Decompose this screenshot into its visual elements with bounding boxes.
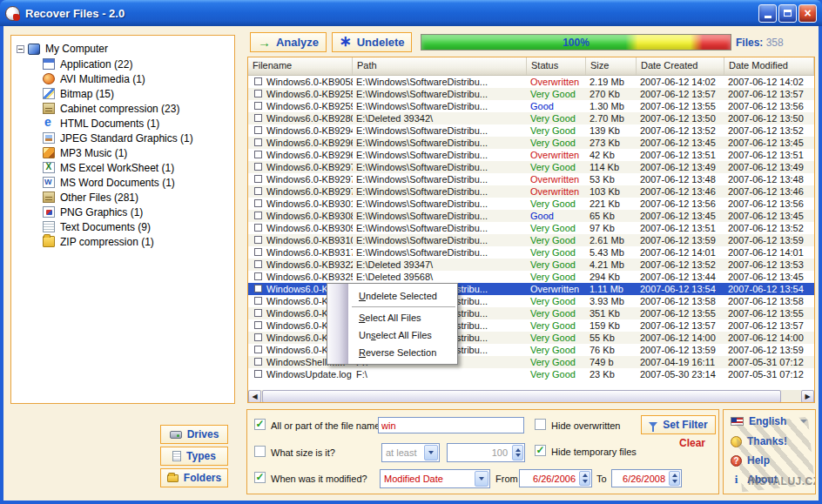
row-checkbox[interactable] [254,370,262,378]
set-filter-button[interactable]: Set Filter [641,415,716,434]
tree-item-jpeg-standard-graphics[interactable]: JPEG Standard Graphics (1) [13,131,232,145]
row-checkbox[interactable] [254,212,262,219]
tree-collapse-icon[interactable] [17,45,24,53]
table-row[interactable]: Windows6.0-KB929615-x8...E:\Windows\Soft… [248,137,814,149]
row-checkbox[interactable] [254,77,262,85]
row-checkbox[interactable] [254,114,262,122]
column-header-date-created[interactable]: Date Created [637,57,724,75]
tree-item-text-documents[interactable]: Text Documents (9) [13,219,232,234]
tree-item-ms-excel-worksheet[interactable]: MS Excel WorkSheet (1) [13,160,232,175]
language-select-link[interactable]: English [731,415,807,427]
table-row[interactable]: Windows6.0-KB929685-x8...E:\Windows\Soft… [248,149,814,161]
hide-overwritten-checkbox[interactable] [535,419,546,430]
table-row[interactable]: Windows6.0-KB925528-x8...E:\Windows\Soft… [248,88,814,100]
row-checkbox[interactable] [254,248,262,256]
row-checkbox[interactable] [254,90,262,97]
thanks-link[interactable]: Thanks! [731,435,787,447]
row-checkbox[interactable] [254,175,262,183]
table-row[interactable]: Windows6.0-KB932246-x8...E:\Deleted 3934… [248,259,814,271]
column-header-date-modified[interactable]: Date Modified [724,57,814,75]
from-date-spinner[interactable]: 6/26/2006 [519,469,592,487]
scroll-right-button[interactable]: ▶ [801,390,814,403]
hide-temporary-checkbox[interactable]: ✓ [535,445,546,456]
menu-item-unselect-all-files[interactable]: Unselect All Files [327,326,457,344]
clear-filter-link[interactable]: Clear [679,437,705,449]
table-row[interactable]: Windows6.0-KB929777-v2...E:\Windows\Soft… [248,185,814,198]
table-row[interactable]: Windows6.0-KB930955-x8...E:\Windows\Soft… [248,222,814,234]
spinner-arrows-icon[interactable] [579,471,590,486]
tree-root-my-computer[interactable]: My Computer [13,41,232,57]
menu-item-undelete-selected[interactable]: Undelete Selected [327,287,457,305]
table-row[interactable]: Windows6.0-KB932590-x8...E:\Deleted 3956… [248,271,814,283]
column-header-path[interactable]: Path [353,57,527,75]
column-header-status[interactable]: Status [527,57,586,75]
row-checkbox[interactable] [254,163,262,171]
row-checkbox[interactable] [254,297,262,305]
row-checkbox[interactable] [254,151,262,158]
row-checkbox[interactable] [254,321,262,329]
scroll-left-button[interactable]: ◀ [248,390,261,403]
drives-button[interactable]: Drives [160,425,228,444]
filter-name-checkbox[interactable]: ✓ [254,419,266,430]
row-checkbox[interactable] [254,199,262,207]
maximize-button[interactable] [778,4,797,23]
menu-item-reverse-selection[interactable]: Reverse Selection [327,344,457,361]
table-row[interactable]: WindowsUpdate.logF:\Very Good23 Kb2007-0… [248,368,814,380]
scrollbar-thumb[interactable] [262,390,781,403]
row-checkbox[interactable] [254,126,262,134]
tree-item-application[interactable]: Application (22) [13,57,232,71]
analyze-button[interactable]: → Analyze [250,32,327,52]
row-checkbox[interactable] [254,224,262,232]
dropdown-arrow-icon[interactable] [424,445,438,460]
table-row[interactable]: Windows6.0-KB928089-x8...E:\Deleted 3934… [248,112,814,124]
date-mode-select[interactable]: Modified Date [380,469,490,488]
size-value-spinner[interactable]: 100 [447,443,525,462]
column-header-filename[interactable]: Filename [248,57,353,75]
row-checkbox[interactable] [254,358,262,366]
table-row[interactable]: Windows6.0-KB931099-x8...E:\Windows\Soft… [248,234,814,246]
menu-item-select-all-files[interactable]: Select All Files [327,309,457,326]
row-checkbox[interactable] [254,236,262,244]
table-row[interactable]: Windows6.0-KB930178-x8...E:\Windows\Soft… [248,198,814,210]
tree-item-avi-multimedia[interactable]: AVI Multimedia (1) [13,71,232,86]
about-link[interactable]: i About [731,474,778,486]
undelete-button[interactable]: ∗ Undelete [332,32,412,52]
tree-item-other-files[interactable]: Other Files (281) [13,190,232,205]
tree-item-bitmap[interactable]: Bitmap (15) [13,86,232,101]
tree-item-zip-compression[interactable]: ZIP compression (1) [13,234,232,249]
spinner-arrows-icon[interactable] [669,471,680,486]
row-checkbox[interactable] [254,285,262,292]
table-row[interactable]: Windows6.0-KB925902-x8...E:\Windows\Soft… [248,100,814,112]
table-row[interactable]: Windows6.0-KB905866-v7...E:\Windows\Soft… [248,76,814,88]
minimize-button[interactable] [758,4,777,23]
row-checkbox[interactable] [254,272,262,280]
row-checkbox[interactable] [254,138,262,146]
filter-modified-checkbox[interactable]: ✓ [254,472,266,483]
table-row[interactable]: Windows6.0-KB929761-x8...E:\Windows\Soft… [248,161,814,173]
size-operator-select[interactable]: at least [381,443,440,462]
to-date-spinner[interactable]: 6/26/2008 [611,469,682,487]
table-row[interactable]: Windows6.0-KB929762-x8...E:\Windows\Soft… [248,173,814,185]
row-checkbox[interactable] [254,346,262,353]
spinner-arrows-icon[interactable] [512,445,523,460]
help-link[interactable]: ? Help [731,454,770,467]
dropdown-arrow-icon[interactable] [475,471,488,487]
column-header-size[interactable]: Size [586,57,637,75]
table-row[interactable]: Windows6.0-KB929451-x8...E:\Windows\Soft… [248,124,814,137]
tree-item-html-documents[interactable]: HTML Documents (1) [13,116,232,131]
filter-size-checkbox[interactable] [254,446,266,457]
row-checkbox[interactable] [254,260,262,268]
tree-item-png-graphics[interactable]: PNG Graphics (1) [13,205,232,219]
row-checkbox[interactable] [254,333,262,341]
close-button[interactable]: × [798,4,817,23]
tree-item-ms-word-documents[interactable]: MS Word Documents (1) [13,175,232,190]
row-checkbox[interactable] [254,102,262,110]
row-checkbox[interactable] [254,309,262,317]
filename-filter-input[interactable] [378,417,524,433]
table-row[interactable]: Windows6.0-KB931768-x8...E:\Windows\Soft… [248,246,814,259]
tree-item-mp3-music[interactable]: MP3 Music (1) [13,145,232,160]
tree-item-cabinet-compression[interactable]: Cabinet compression (23) [13,101,232,116]
horizontal-scrollbar[interactable]: ◀ ▶ [248,390,814,403]
row-checkbox[interactable] [254,187,262,195]
folders-button[interactable]: Folders [160,468,228,487]
